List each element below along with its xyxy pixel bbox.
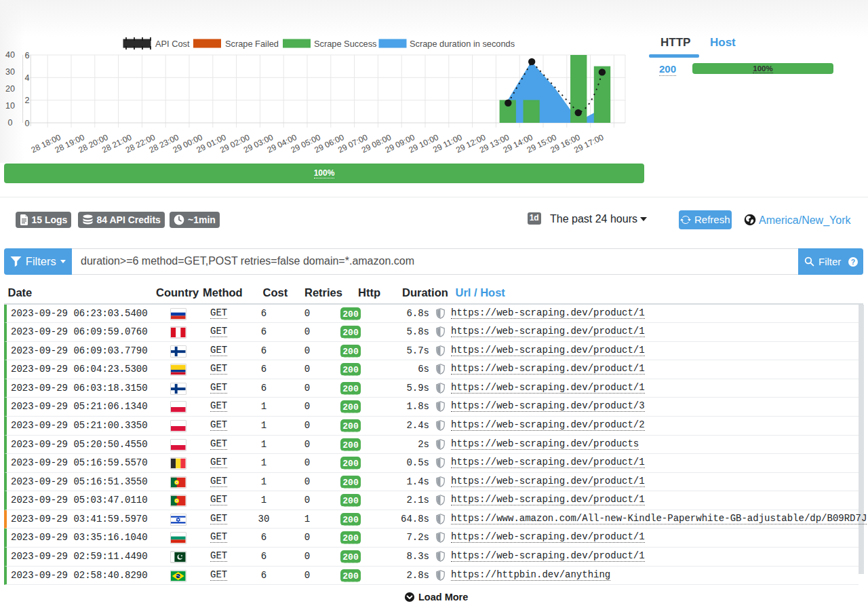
- svg-text:Scrape duration in seconds: Scrape duration in seconds: [410, 39, 515, 49]
- svg-text:Scrape Failed: Scrape Failed: [225, 39, 279, 49]
- svg-text:30: 30: [5, 67, 15, 77]
- svg-text:40: 40: [5, 50, 15, 60]
- svg-text:API Cost: API Cost: [155, 39, 190, 49]
- svg-text:10: 10: [5, 101, 15, 111]
- svg-text:2: 2: [25, 96, 30, 105]
- svg-text:0: 0: [25, 119, 30, 128]
- svg-text:20: 20: [5, 84, 15, 94]
- svg-text:0: 0: [8, 118, 13, 128]
- svg-text:6: 6: [25, 51, 30, 60]
- svg-text:4: 4: [25, 73, 30, 83]
- svg-text:Scrape Success: Scrape Success: [314, 39, 376, 49]
